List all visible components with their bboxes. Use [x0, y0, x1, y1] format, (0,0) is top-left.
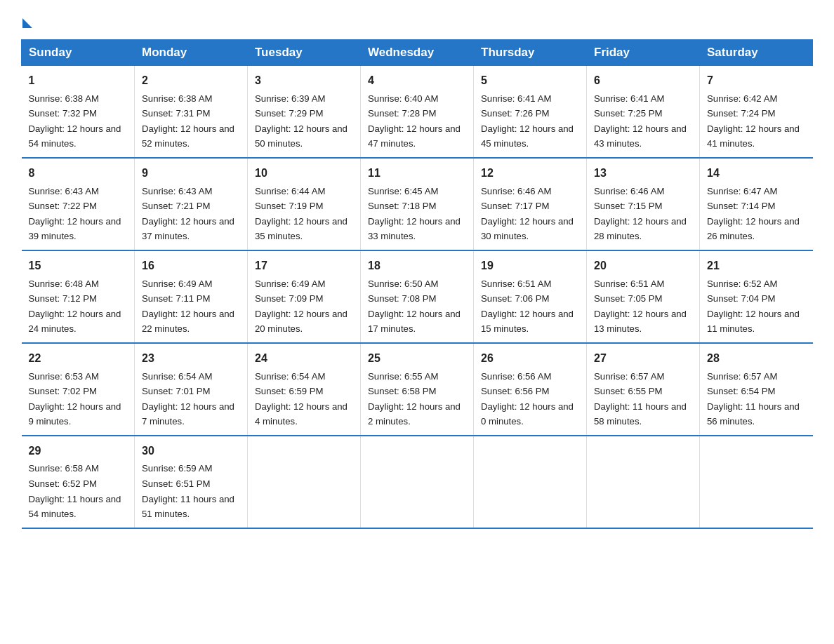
- calendar-cell: [248, 436, 361, 528]
- calendar-cell: 9Sunrise: 6:43 AMSunset: 7:21 PMDaylight…: [135, 158, 248, 250]
- day-info: Sunrise: 6:54 AMSunset: 6:59 PMDaylight:…: [255, 371, 348, 427]
- day-info: Sunrise: 6:39 AMSunset: 7:29 PMDaylight:…: [255, 93, 348, 149]
- calendar-cell: 10Sunrise: 6:44 AMSunset: 7:19 PMDayligh…: [248, 158, 361, 250]
- day-number: 26: [481, 349, 579, 368]
- day-number: 9: [142, 164, 240, 182]
- day-number: 10: [255, 164, 353, 182]
- calendar-cell: 30Sunrise: 6:59 AMSunset: 6:51 PMDayligh…: [135, 436, 248, 528]
- day-number: 1: [29, 72, 128, 90]
- day-number: 14: [707, 164, 806, 182]
- day-number: 2: [142, 72, 240, 90]
- day-info: Sunrise: 6:49 AMSunset: 7:09 PMDaylight:…: [255, 279, 348, 335]
- calendar-cell: 12Sunrise: 6:46 AMSunset: 7:17 PMDayligh…: [474, 158, 587, 250]
- calendar-cell: 6Sunrise: 6:41 AMSunset: 7:25 PMDaylight…: [587, 66, 700, 158]
- day-info: Sunrise: 6:57 AMSunset: 6:54 PMDaylight:…: [707, 371, 800, 427]
- day-number: 11: [368, 164, 466, 182]
- logo: [21, 14, 32, 25]
- calendar-cell: 14Sunrise: 6:47 AMSunset: 7:14 PMDayligh…: [700, 158, 813, 250]
- day-info: Sunrise: 6:44 AMSunset: 7:19 PMDaylight:…: [255, 186, 348, 242]
- day-info: Sunrise: 6:52 AMSunset: 7:04 PMDaylight:…: [707, 279, 800, 335]
- day-info: Sunrise: 6:38 AMSunset: 7:31 PMDaylight:…: [142, 93, 234, 149]
- day-info: Sunrise: 6:38 AMSunset: 7:32 PMDaylight:…: [29, 93, 121, 149]
- calendar-cell: 2Sunrise: 6:38 AMSunset: 7:31 PMDaylight…: [135, 66, 248, 158]
- calendar-cell: 15Sunrise: 6:48 AMSunset: 7:12 PMDayligh…: [22, 250, 135, 343]
- day-info: Sunrise: 6:47 AMSunset: 7:14 PMDaylight:…: [707, 186, 800, 242]
- day-number: 5: [481, 72, 579, 90]
- calendar-week-row: 8Sunrise: 6:43 AMSunset: 7:22 PMDaylight…: [22, 158, 813, 250]
- calendar-cell: 8Sunrise: 6:43 AMSunset: 7:22 PMDaylight…: [22, 158, 135, 250]
- calendar-header-row: SundayMondayTuesdayWednesdayThursdayFrid…: [22, 40, 813, 66]
- calendar-cell: [361, 436, 474, 528]
- day-number: 22: [29, 349, 128, 368]
- day-number: 21: [707, 257, 806, 275]
- calendar-week-row: 29Sunrise: 6:58 AMSunset: 6:52 PMDayligh…: [22, 436, 813, 528]
- day-info: Sunrise: 6:46 AMSunset: 7:15 PMDaylight:…: [594, 186, 687, 242]
- day-number: 17: [255, 257, 353, 275]
- day-number: 23: [142, 349, 240, 368]
- day-info: Sunrise: 6:43 AMSunset: 7:22 PMDaylight:…: [29, 186, 121, 242]
- logo-triangle-icon: [22, 18, 32, 28]
- day-info: Sunrise: 6:54 AMSunset: 7:01 PMDaylight:…: [142, 371, 234, 427]
- day-number: 8: [29, 164, 128, 182]
- column-header-thursday: Thursday: [474, 40, 587, 66]
- calendar-cell: [474, 436, 587, 528]
- calendar-cell: 4Sunrise: 6:40 AMSunset: 7:28 PMDaylight…: [361, 66, 474, 158]
- calendar-cell: 23Sunrise: 6:54 AMSunset: 7:01 PMDayligh…: [135, 343, 248, 436]
- calendar-cell: 25Sunrise: 6:55 AMSunset: 6:58 PMDayligh…: [361, 343, 474, 436]
- calendar-cell: 28Sunrise: 6:57 AMSunset: 6:54 PMDayligh…: [700, 343, 813, 436]
- day-info: Sunrise: 6:40 AMSunset: 7:28 PMDaylight:…: [368, 93, 461, 149]
- day-info: Sunrise: 6:48 AMSunset: 7:12 PMDaylight:…: [29, 279, 121, 335]
- day-info: Sunrise: 6:43 AMSunset: 7:21 PMDaylight:…: [142, 186, 234, 242]
- column-header-tuesday: Tuesday: [248, 40, 361, 66]
- day-number: 16: [142, 257, 240, 275]
- day-info: Sunrise: 6:57 AMSunset: 6:55 PMDaylight:…: [594, 371, 687, 427]
- calendar-cell: [587, 436, 700, 528]
- day-info: Sunrise: 6:56 AMSunset: 6:56 PMDaylight:…: [481, 371, 574, 427]
- column-header-wednesday: Wednesday: [361, 40, 474, 66]
- calendar-cell: 17Sunrise: 6:49 AMSunset: 7:09 PMDayligh…: [248, 250, 361, 343]
- calendar-table: SundayMondayTuesdayWednesdayThursdayFrid…: [21, 39, 813, 529]
- calendar-cell: 19Sunrise: 6:51 AMSunset: 7:06 PMDayligh…: [474, 250, 587, 343]
- day-number: 13: [594, 164, 692, 182]
- calendar-cell: 3Sunrise: 6:39 AMSunset: 7:29 PMDaylight…: [248, 66, 361, 158]
- day-number: 27: [594, 349, 692, 368]
- day-info: Sunrise: 6:50 AMSunset: 7:08 PMDaylight:…: [368, 279, 461, 335]
- day-number: 28: [707, 349, 806, 368]
- calendar-cell: 1Sunrise: 6:38 AMSunset: 7:32 PMDaylight…: [22, 66, 135, 158]
- calendar-week-row: 15Sunrise: 6:48 AMSunset: 7:12 PMDayligh…: [22, 250, 813, 343]
- day-number: 29: [29, 442, 128, 460]
- day-number: 18: [368, 257, 466, 275]
- day-info: Sunrise: 6:42 AMSunset: 7:24 PMDaylight:…: [707, 93, 800, 149]
- calendar-cell: 20Sunrise: 6:51 AMSunset: 7:05 PMDayligh…: [587, 250, 700, 343]
- calendar-cell: 11Sunrise: 6:45 AMSunset: 7:18 PMDayligh…: [361, 158, 474, 250]
- calendar-cell: 18Sunrise: 6:50 AMSunset: 7:08 PMDayligh…: [361, 250, 474, 343]
- day-info: Sunrise: 6:51 AMSunset: 7:06 PMDaylight:…: [481, 279, 574, 335]
- day-info: Sunrise: 6:49 AMSunset: 7:11 PMDaylight:…: [142, 279, 234, 335]
- column-header-monday: Monday: [135, 40, 248, 66]
- day-info: Sunrise: 6:53 AMSunset: 7:02 PMDaylight:…: [29, 371, 121, 427]
- calendar-cell: 22Sunrise: 6:53 AMSunset: 7:02 PMDayligh…: [22, 343, 135, 436]
- calendar-cell: 26Sunrise: 6:56 AMSunset: 6:56 PMDayligh…: [474, 343, 587, 436]
- day-info: Sunrise: 6:51 AMSunset: 7:05 PMDaylight:…: [594, 279, 687, 335]
- day-number: 12: [481, 164, 579, 182]
- calendar-cell: 5Sunrise: 6:41 AMSunset: 7:26 PMDaylight…: [474, 66, 587, 158]
- calendar-week-row: 1Sunrise: 6:38 AMSunset: 7:32 PMDaylight…: [22, 66, 813, 158]
- calendar-cell: 13Sunrise: 6:46 AMSunset: 7:15 PMDayligh…: [587, 158, 700, 250]
- column-header-sunday: Sunday: [22, 40, 135, 66]
- day-number: 15: [29, 257, 128, 275]
- day-number: 25: [368, 349, 466, 368]
- day-info: Sunrise: 6:58 AMSunset: 6:52 PMDaylight:…: [29, 463, 121, 519]
- calendar-cell: 24Sunrise: 6:54 AMSunset: 6:59 PMDayligh…: [248, 343, 361, 436]
- calendar-cell: 29Sunrise: 6:58 AMSunset: 6:52 PMDayligh…: [22, 436, 135, 528]
- day-number: 7: [707, 72, 806, 90]
- calendar-week-row: 22Sunrise: 6:53 AMSunset: 7:02 PMDayligh…: [22, 343, 813, 436]
- day-info: Sunrise: 6:45 AMSunset: 7:18 PMDaylight:…: [368, 186, 461, 242]
- calendar-cell: 21Sunrise: 6:52 AMSunset: 7:04 PMDayligh…: [700, 250, 813, 343]
- day-number: 19: [481, 257, 579, 275]
- calendar-cell: 7Sunrise: 6:42 AMSunset: 7:24 PMDaylight…: [700, 66, 813, 158]
- day-info: Sunrise: 6:55 AMSunset: 6:58 PMDaylight:…: [368, 371, 461, 427]
- column-header-saturday: Saturday: [700, 40, 813, 66]
- day-number: 30: [142, 442, 240, 460]
- column-header-friday: Friday: [587, 40, 700, 66]
- page-header: [21, 14, 813, 25]
